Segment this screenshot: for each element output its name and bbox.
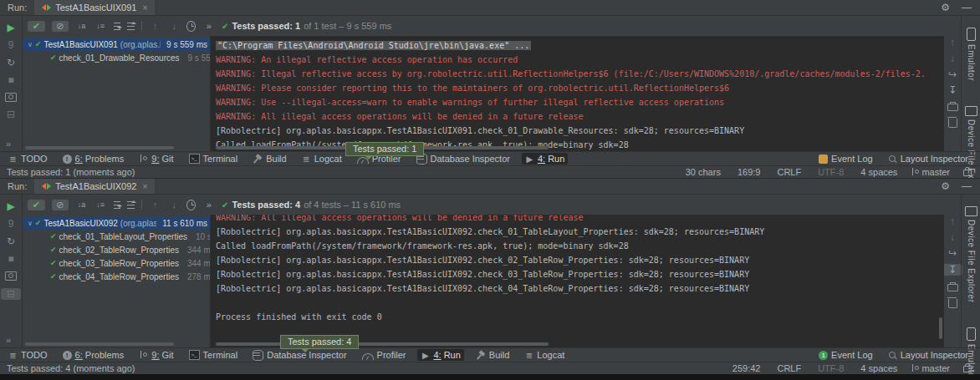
run-console[interactable]: "C:\Program Files\Android\Android Studio… <box>210 36 944 151</box>
layout-inspector-button[interactable]: Layout Inspector <box>885 153 972 165</box>
chevron-down-icon[interactable]: ∨ <box>28 41 33 48</box>
scroll-down-icon[interactable]: ↓ <box>945 232 960 242</box>
tool-button-git[interactable]: 9: Git <box>135 153 176 165</box>
show-passed-icon[interactable]: ✔ <box>28 21 45 32</box>
sort-alphabetically-icon[interactable]: ↓a <box>75 200 88 210</box>
sort-alphabetically-icon[interactable]: ↓a <box>75 22 88 31</box>
clear-all-icon[interactable] <box>948 119 957 128</box>
previous-occurrence-icon[interactable]: ↑ <box>149 200 161 210</box>
show-passed-icon[interactable]: ✔ <box>28 200 45 210</box>
readonly-lock-icon[interactable] <box>963 366 972 372</box>
print-icon[interactable] <box>947 104 958 111</box>
tool-button-problems[interactable]: 6: Problems <box>59 349 128 361</box>
stop-icon[interactable]: ■ <box>3 75 18 85</box>
soft-wrap-icon[interactable]: ↪ <box>945 248 960 258</box>
scroll-to-end-icon[interactable]: ↧ <box>945 85 960 95</box>
test-tree-check01[interactable]: ✔ check_01_Drawable_Resources 9 s 559 ms <box>23 51 210 64</box>
more-actions-icon[interactable]: » <box>202 200 215 210</box>
sort-by-duration-icon[interactable]: ↓≡ <box>94 200 107 210</box>
rerun-icon[interactable]: ▶ <box>3 201 18 211</box>
settings-gear-icon[interactable]: ⚙ <box>941 180 950 192</box>
expand-all-icon[interactable] <box>114 23 121 30</box>
stop-icon[interactable]: ■ <box>3 254 18 264</box>
selection-chars-count[interactable]: 30 chars <box>682 167 721 177</box>
caret-position[interactable]: 169:9 <box>734 167 761 177</box>
next-occurrence-icon[interactable]: ↓ <box>168 22 181 31</box>
tool-button-profiler[interactable]: Profiler <box>359 349 410 361</box>
test-tree-check03[interactable]: ✔ check_03_TableRow_Properties 344 ms <box>23 256 210 270</box>
hidden-actions-icon[interactable]: » <box>6 139 11 149</box>
indent-setting[interactable]: 4 spaces <box>857 167 897 177</box>
rerun-icon[interactable]: ▶ <box>3 23 18 33</box>
close-icon[interactable]: × <box>142 3 147 13</box>
show-ignored-icon[interactable]: ⊘ <box>52 200 69 210</box>
device-file-explorer-stripe-button[interactable]: Device File Explorer <box>965 206 977 302</box>
test-history-icon[interactable] <box>186 200 196 210</box>
tool-button-build[interactable]: Build <box>472 349 513 361</box>
scroll-down-icon[interactable]: ↓ <box>945 53 960 63</box>
layout-inspector-button[interactable]: Layout Inspector <box>885 349 972 361</box>
tool-button-logcat[interactable]: ≣ Logcat <box>521 349 568 361</box>
clear-all-icon[interactable] <box>948 299 957 308</box>
collapse-all-icon[interactable] <box>127 23 135 30</box>
rerun-failed-tests-icon[interactable]: 9 <box>3 40 18 50</box>
tool-button-terminal[interactable]: Terminal <box>186 349 242 361</box>
file-encoding[interactable]: UTF-8 <box>814 167 844 177</box>
soft-wrap-icon[interactable]: ↪ <box>945 69 960 79</box>
scroll-to-end-icon[interactable]: ↧ <box>942 264 962 276</box>
console-vertical-scrollbar[interactable] <box>939 317 942 339</box>
indent-setting[interactable]: 4 spaces <box>857 363 897 373</box>
test-tree-check01[interactable]: ✔ check_01_TableLayout_Properties 10 s 6… <box>23 230 210 243</box>
line-separator[interactable]: CRLF <box>773 167 801 177</box>
run-console[interactable]: WARNING: All illegal access operations w… <box>210 215 944 347</box>
test-tree-root-uix092[interactable]: ∨ ✔ TestA1BasicUIX092 (org.aplas.basicap… <box>23 216 210 230</box>
scroll-up-icon[interactable]: ↑ <box>945 38 960 48</box>
auto-test-icon[interactable]: ↻ <box>3 58 18 68</box>
tree-horizontal-scrollbar[interactable] <box>25 146 174 149</box>
line-separator[interactable]: CRLF <box>773 363 801 373</box>
readonly-lock-icon[interactable] <box>963 170 972 176</box>
thread-dump-icon[interactable] <box>5 93 17 102</box>
more-actions-icon[interactable]: » <box>202 22 215 31</box>
tool-button-terminal[interactable]: Terminal <box>186 153 242 165</box>
toolbar-separator[interactable] <box>141 21 142 31</box>
tool-button-run[interactable]: ▶ 4: Run <box>522 153 568 165</box>
hidden-actions-icon[interactable]: » <box>6 335 11 345</box>
chevron-down-icon[interactable]: ∨ <box>28 220 33 227</box>
file-encoding[interactable]: UTF-8 <box>814 363 844 373</box>
close-icon[interactable]: × <box>142 182 147 191</box>
show-ignored-icon[interactable]: ⊘ <box>52 21 69 32</box>
tool-button-build[interactable]: Build <box>249 153 289 165</box>
print-icon[interactable] <box>947 284 958 291</box>
event-log-button[interactable]: 1 Event Log <box>815 349 876 361</box>
test-tree-check04[interactable]: ✔ check_04_TableRow_Properties 278 ms <box>23 270 210 283</box>
git-branch[interactable]: master <box>911 363 950 373</box>
tool-button-database-inspector[interactable]: Database Inspector <box>249 349 350 362</box>
hide-window-icon[interactable]: — <box>962 2 972 13</box>
git-branch[interactable]: master <box>911 167 950 177</box>
test-tree[interactable]: ∨ ✔ TestA1BasicUIX091 (org.aplas.basicap… <box>23 36 210 151</box>
thread-dump-icon[interactable] <box>5 271 17 281</box>
tool-button-todo[interactable]: ≣ TODO <box>5 349 51 361</box>
settings-gear-icon[interactable]: ⚙ <box>941 2 950 13</box>
tree-horizontal-scrollbar[interactable] <box>25 342 174 346</box>
restore-layout-icon[interactable]: ⊟ <box>3 109 18 119</box>
expand-all-icon[interactable] <box>114 201 121 209</box>
tool-button-todo[interactable]: ≣ TODO <box>5 153 51 165</box>
collapse-all-icon[interactable] <box>127 201 135 209</box>
tool-button-logcat[interactable]: ≣ Logcat <box>299 153 345 165</box>
test-tree-root-uix091[interactable]: ∨ ✔ TestA1BasicUIX091 (org.aplas.basicap… <box>23 38 210 51</box>
restore-layout-icon[interactable]: ⊟ <box>1 288 21 300</box>
console-horizontal-scrollbar[interactable] <box>216 342 549 346</box>
toolbar-separator[interactable] <box>141 200 142 210</box>
event-log-button[interactable]: Event Log <box>815 153 876 165</box>
caret-position[interactable]: 259:42 <box>729 363 761 373</box>
run-tab-uix092[interactable]: TestA1BasicUIX092 × <box>34 179 155 194</box>
previous-occurrence-icon[interactable]: ↑ <box>149 22 161 31</box>
hide-window-icon[interactable]: — <box>962 180 972 192</box>
tool-button-run[interactable]: ▶ 4: Run <box>417 349 463 361</box>
scroll-up-icon[interactable]: ↑ <box>945 216 960 226</box>
test-tree[interactable]: ∨ ✔ TestA1BasicUIX092 (org.aplas.basicap… <box>23 215 210 347</box>
emulator-stripe-button[interactable]: Emulator <box>967 28 976 81</box>
rerun-failed-tests-icon[interactable]: 9 <box>3 219 18 229</box>
